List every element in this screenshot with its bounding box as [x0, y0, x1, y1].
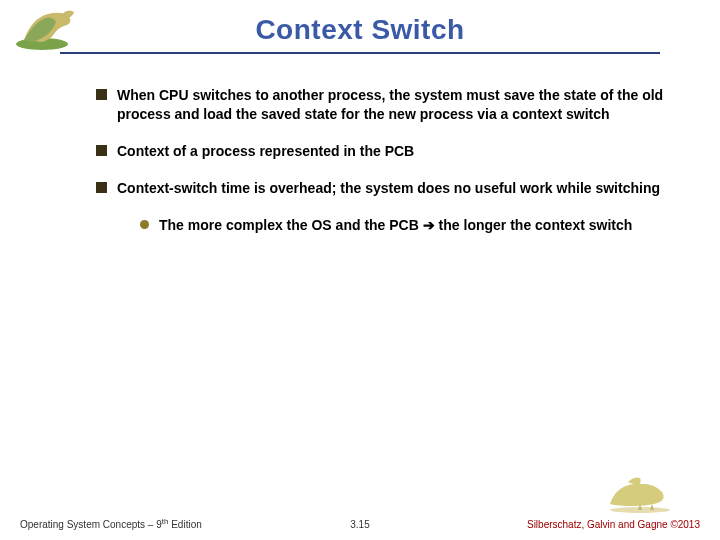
slide-content: When CPU switches to another process, th…: [0, 62, 720, 234]
text-strong: Context: [117, 143, 169, 159]
circle-bullet-icon: [140, 220, 149, 229]
sub-bullet-item: The more complex the OS and the PCB ➔ th…: [140, 216, 670, 235]
text-run: for the new process via a: [337, 106, 512, 122]
bullet-text: Context-switch time is overhead; the sys…: [117, 179, 670, 198]
text-run: Edition: [168, 519, 201, 530]
slide-footer: Operating System Concepts – 9th Edition …: [0, 517, 720, 530]
dinosaur-top-icon: [14, 4, 94, 52]
title-underline: [60, 52, 660, 54]
text-run: Context-switch time is overhead; the sys…: [117, 180, 660, 196]
bullet-item: Context of a process represented in the …: [96, 142, 670, 161]
text-strong: context switch: [512, 106, 609, 122]
slide-title: Context Switch: [40, 14, 680, 46]
text-run: of a process represented in the PCB: [169, 143, 414, 159]
bullet-item: Context-switch time is overhead; the sys…: [96, 179, 670, 198]
slide-header: Context Switch: [0, 0, 720, 62]
bullet-item: When CPU switches to another process, th…: [96, 86, 670, 124]
page-number: 3.15: [350, 519, 369, 530]
square-bullet-icon: [96, 182, 107, 193]
dinosaur-bottom-icon: [604, 474, 676, 514]
text-run: Operating System Concepts – 9: [20, 519, 162, 530]
text-strong: save the state: [504, 87, 597, 103]
square-bullet-icon: [96, 89, 107, 100]
text-run: When CPU switches to another process, th…: [117, 87, 504, 103]
text-run: the longer the context switch: [435, 217, 633, 233]
sub-bullet-text: The more complex the OS and the PCB ➔ th…: [159, 216, 670, 235]
footer-left-text: Operating System Concepts – 9th Edition: [20, 517, 202, 530]
footer-right-text: Silberschatz, Galvin and Gagne ©2013: [527, 519, 700, 530]
bullet-text: When CPU switches to another process, th…: [117, 86, 670, 124]
bullet-text: Context of a process represented in the …: [117, 142, 670, 161]
text-strong: saved state: [261, 106, 337, 122]
text-run: The more complex the OS and the PCB: [159, 217, 423, 233]
arrow-icon: ➔: [423, 217, 435, 233]
square-bullet-icon: [96, 145, 107, 156]
